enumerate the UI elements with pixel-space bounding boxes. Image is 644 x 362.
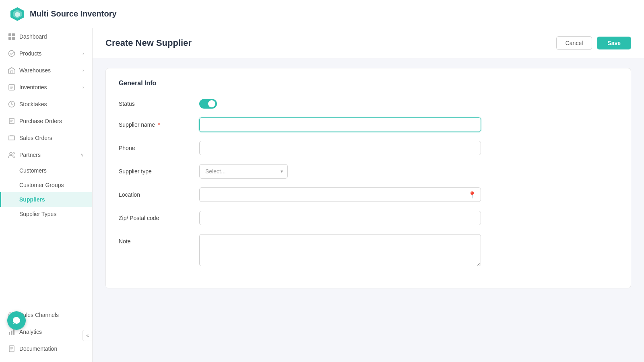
sidebar-item-products[interactable]: Products › <box>0 45 92 62</box>
svg-rect-4 <box>12 33 15 36</box>
note-label: Note <box>119 234 199 245</box>
sidebar-item-stocktakes-label: Stocktakes <box>19 101 47 107</box>
section-title: General Info <box>119 80 618 87</box>
sidebar-bottom: Sales Channels Analytics Documentation « <box>0 302 92 362</box>
dashboard-icon <box>8 33 15 40</box>
inventories-chevron-icon: › <box>83 84 84 90</box>
sidebar-sub-item-customers[interactable]: Customers <box>0 163 92 178</box>
svg-point-7 <box>9 51 15 57</box>
sidebar-item-dashboard[interactable]: Dashboard <box>0 28 92 45</box>
svg-point-12 <box>13 152 14 154</box>
supplier-name-control <box>199 117 481 132</box>
sidebar-sub-item-customers-label: Customers <box>19 167 47 174</box>
sidebar-item-documentation[interactable]: Documentation « <box>0 340 92 357</box>
phone-input[interactable] <box>199 141 481 155</box>
main-layout: Dashboard Products › Warehouses › Invent… <box>0 28 644 362</box>
sidebar-sub-item-suppliers[interactable]: Suppliers <box>0 192 92 207</box>
general-info-section: General Info Status Supplier name * <box>105 68 631 288</box>
sidebar-item-warehouses-label: Warehouses <box>19 67 51 74</box>
location-control: 📍 <box>199 187 481 202</box>
page-title: Create New Supplier <box>105 38 192 48</box>
purchase-orders-icon <box>8 117 15 125</box>
supplier-name-input[interactable] <box>199 117 481 132</box>
sidebar-item-partners-label: Partners <box>19 152 41 158</box>
required-marker: * <box>156 121 160 128</box>
sidebar-sub-item-supplier-types[interactable]: Supplier Types <box>0 207 92 221</box>
app-title: Multi Source Inventory <box>30 9 117 19</box>
products-icon <box>8 50 15 57</box>
sidebar-item-purchase-orders-label: Purchase Orders <box>19 118 62 124</box>
svg-rect-8 <box>10 71 13 73</box>
sidebar-item-products-label: Products <box>19 50 41 57</box>
location-input[interactable] <box>199 187 481 202</box>
sidebar-item-dashboard-label: Dashboard <box>19 33 47 40</box>
logo-area: Multi Source Inventory <box>10 6 117 22</box>
app-header: Multi Source Inventory <box>0 0 644 28</box>
phone-control <box>199 141 481 155</box>
page-header: Create New Supplier Cancel Save <box>93 28 644 58</box>
warehouses-chevron-icon: › <box>83 68 84 73</box>
supplier-type-select[interactable]: Select... Manufacturer Distributor Whole… <box>199 164 288 179</box>
status-label: Status <box>119 97 199 107</box>
svg-rect-17 <box>13 329 14 335</box>
chat-button[interactable] <box>7 311 26 330</box>
sidebar-item-stocktakes[interactable]: Stocktakes <box>0 96 92 113</box>
svg-rect-5 <box>8 37 11 40</box>
sidebar-item-inventories[interactable]: Inventories › <box>0 79 92 96</box>
partners-icon <box>8 151 15 158</box>
sidebar-sub-item-customer-groups[interactable]: Customer Groups <box>0 178 92 192</box>
supplier-type-select-wrap: Select... Manufacturer Distributor Whole… <box>199 164 288 179</box>
supplier-type-control: Select... Manufacturer Distributor Whole… <box>199 164 481 179</box>
sidebar-item-inventories-label: Inventories <box>19 84 47 90</box>
cancel-button[interactable]: Cancel <box>556 36 592 50</box>
phone-label: Phone <box>119 141 199 151</box>
sidebar-item-analytics-label: Analytics <box>19 329 42 335</box>
note-textarea[interactable] <box>199 234 481 266</box>
note-control <box>199 234 481 268</box>
documentation-icon <box>8 345 15 352</box>
location-pin-icon: 📍 <box>468 191 476 199</box>
sidebar-item-sales-orders[interactable]: Sales Orders <box>0 130 92 146</box>
stocktakes-icon <box>8 101 15 108</box>
sidebar-sub-item-customer-groups-label: Customer Groups <box>19 182 64 188</box>
svg-rect-6 <box>12 37 15 40</box>
sidebar-item-documentation-label: Documentation <box>19 346 57 352</box>
note-row: Note <box>119 234 618 268</box>
sidebar-item-warehouses[interactable]: Warehouses › <box>0 62 92 79</box>
inventories-icon <box>8 84 15 91</box>
form-container: General Info Status Supplier name * <box>93 58 644 298</box>
header-actions: Cancel Save <box>556 36 631 50</box>
products-chevron-icon: › <box>83 51 84 56</box>
sidebar-sub-item-suppliers-label: Suppliers <box>19 196 45 203</box>
status-row: Status <box>119 97 618 109</box>
sidebar-collapse-button[interactable]: « <box>83 330 93 341</box>
sales-orders-icon <box>8 134 15 142</box>
sidebar-sub-item-supplier-types-label: Supplier Types <box>19 211 56 217</box>
svg-point-11 <box>10 152 12 155</box>
toggle-slider <box>199 99 217 109</box>
supplier-type-row: Supplier type Select... Manufacturer Dis… <box>119 164 618 179</box>
warehouses-icon <box>8 67 15 74</box>
supplier-name-label: Supplier name * <box>119 117 199 128</box>
partners-chevron-icon: ∨ <box>80 152 84 158</box>
sidebar-item-partners[interactable]: Partners ∨ <box>0 146 92 163</box>
sidebar-item-sales-orders-label: Sales Orders <box>19 135 52 141</box>
zip-control <box>199 211 481 225</box>
svg-rect-15 <box>9 332 10 335</box>
sidebar-item-purchase-orders[interactable]: Purchase Orders <box>0 113 92 130</box>
status-control <box>199 97 481 109</box>
supplier-name-row: Supplier name * <box>119 117 618 132</box>
status-toggle[interactable] <box>199 99 217 109</box>
phone-row: Phone <box>119 141 618 155</box>
zip-input[interactable] <box>199 211 481 225</box>
supplier-type-label: Supplier type <box>119 164 199 175</box>
zip-row: Zip/ Postal code <box>119 211 618 225</box>
app-logo-icon <box>10 6 25 22</box>
save-button[interactable]: Save <box>597 37 631 49</box>
zip-label: Zip/ Postal code <box>119 211 199 221</box>
svg-rect-3 <box>8 33 11 36</box>
location-label: Location <box>119 187 199 198</box>
content-area: Create New Supplier Cancel Save General … <box>93 28 644 362</box>
svg-rect-16 <box>11 331 12 335</box>
location-row: Location 📍 <box>119 187 618 202</box>
